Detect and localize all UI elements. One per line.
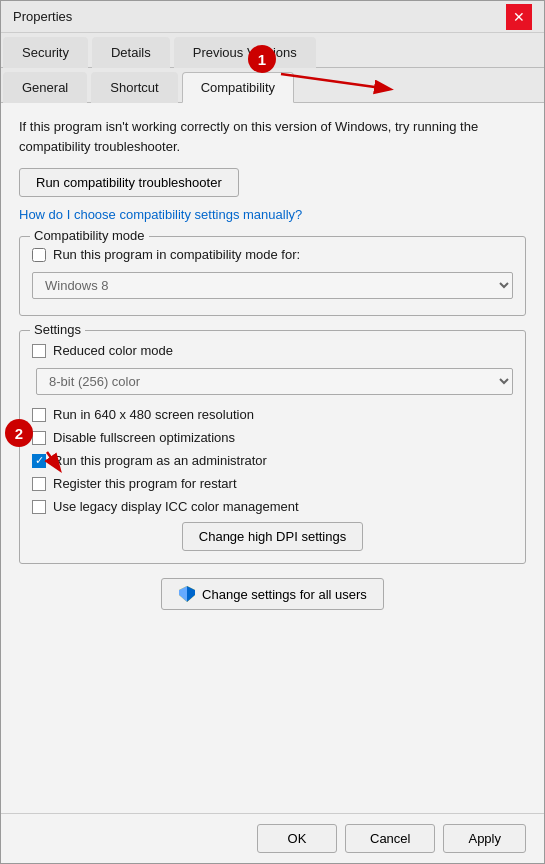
run-as-admin-checkbox[interactable]: ✓ [32, 454, 46, 468]
register-restart-checkbox[interactable] [32, 477, 46, 491]
window-title: Properties [13, 9, 72, 24]
color-depth-dropdown[interactable]: 8-bit (256) color [36, 368, 513, 395]
settings-group-label: Settings [30, 322, 85, 337]
properties-window: 1 2 Properties ✕ Security Details Previo… [0, 0, 545, 864]
disable-fullscreen-checkbox[interactable] [32, 431, 46, 445]
reduced-color-label: Reduced color mode [53, 343, 173, 358]
change-all-label: Change settings for all users [202, 587, 367, 602]
disable-fullscreen-label: Disable fullscreen optimizations [53, 430, 235, 445]
compatibility-mode-dropdown[interactable]: Windows 8 Windows 7 Windows Vista Window… [32, 272, 513, 299]
annotation-badge-2: 2 [5, 419, 33, 447]
setting-run-as-admin: ✓ Run this program as an administrator [32, 453, 513, 468]
tab-shortcut[interactable]: Shortcut [91, 72, 177, 103]
svg-marker-5 [187, 586, 195, 602]
setting-legacy-icc: Use legacy display ICC color management [32, 499, 513, 514]
close-button[interactable]: ✕ [506, 4, 532, 30]
register-restart-label: Register this program for restart [53, 476, 237, 491]
compatibility-mode-checkbox[interactable] [32, 248, 46, 262]
tab-details[interactable]: Details [92, 37, 170, 68]
run-troubleshooter-button[interactable]: Run compatibility troubleshooter [19, 168, 239, 197]
setting-640x480: Run in 640 x 480 screen resolution [32, 407, 513, 422]
cancel-button[interactable]: Cancel [345, 824, 435, 853]
title-bar: Properties ✕ [1, 1, 544, 33]
compatibility-mode-checkbox-label: Run this program in compatibility mode f… [53, 247, 300, 262]
annotation-badge-1: 1 [248, 45, 276, 73]
legacy-icc-checkbox[interactable] [32, 500, 46, 514]
tab-compatibility[interactable]: Compatibility [182, 72, 294, 103]
change-all-users-button[interactable]: Change settings for all users [161, 578, 384, 610]
run-as-admin-label: Run this program as an administrator [53, 453, 267, 468]
tab-previous-versions[interactable]: Previous Versions [174, 37, 316, 68]
change-dpi-button[interactable]: Change high DPI settings [182, 522, 363, 551]
legacy-icc-label: Use legacy display ICC color management [53, 499, 299, 514]
compatibility-mode-label: Compatibility mode [30, 228, 149, 243]
help-link[interactable]: How do I choose compatibility settings m… [19, 207, 526, 222]
setting-reduced-color: Reduced color mode [32, 343, 513, 358]
compatibility-mode-group: Compatibility mode Run this program in c… [19, 236, 526, 316]
640x480-checkbox[interactable] [32, 408, 46, 422]
footer: OK Cancel Apply [1, 813, 544, 863]
apply-button[interactable]: Apply [443, 824, 526, 853]
settings-group: Settings Reduced color mode 8-bit (256) … [19, 330, 526, 564]
setting-register-restart: Register this program for restart [32, 476, 513, 491]
compatibility-mode-checkbox-row: Run this program in compatibility mode f… [32, 247, 513, 262]
reduced-color-checkbox[interactable] [32, 344, 46, 358]
tab-general[interactable]: General [3, 72, 87, 103]
shield-icon [178, 585, 196, 603]
tab-security[interactable]: Security [3, 37, 88, 68]
description-text: If this program isn't working correctly … [19, 117, 526, 156]
ok-button[interactable]: OK [257, 824, 337, 853]
tabs-row-2: General Shortcut Compatibility [1, 68, 544, 103]
tab-content: If this program isn't working correctly … [1, 103, 544, 813]
setting-disable-fullscreen: Disable fullscreen optimizations [32, 430, 513, 445]
640x480-label: Run in 640 x 480 screen resolution [53, 407, 254, 422]
svg-marker-6 [179, 586, 187, 602]
